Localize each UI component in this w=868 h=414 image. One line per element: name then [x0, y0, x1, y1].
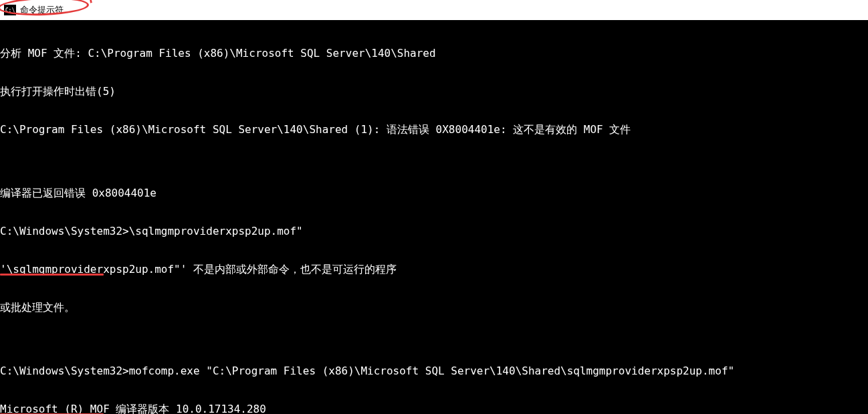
- terminal-line: C:\Windows\System32>mofcomp.exe "C:\Prog…: [0, 365, 868, 377]
- terminal-line: '\sqlmgmproviderxpsp2up.mof"' 不是内部或外部命令，…: [0, 263, 868, 276]
- terminal-line: 分析 MOF 文件: C:\Program Files (x86)\Micros…: [0, 47, 868, 60]
- annotation-tail: [79, 0, 92, 5]
- terminal-line: 编译器已返回错误 0x8004401e: [0, 187, 868, 199]
- title-bar[interactable]: C:\ 命令提示符: [0, 0, 868, 20]
- terminal-line: C:\Windows\System32>\sqlmgmproviderxpsp2…: [0, 225, 868, 237]
- terminal-line: Microsoft (R) MOF 编译器版本 10.0.17134.280: [0, 403, 868, 414]
- window-title: 命令提示符: [20, 4, 64, 16]
- terminal-line: C:\Program Files (x86)\Microsoft SQL Ser…: [0, 123, 868, 136]
- terminal-line: 执行打开操作时出错(5): [0, 85, 868, 98]
- cmd-icon-label: C:\: [5, 7, 15, 13]
- cmd-icon: C:\: [4, 5, 16, 15]
- terminal-output[interactable]: 分析 MOF 文件: C:\Program Files (x86)\Micros…: [0, 20, 868, 414]
- terminal-line: 或批处理文件。: [0, 301, 868, 314]
